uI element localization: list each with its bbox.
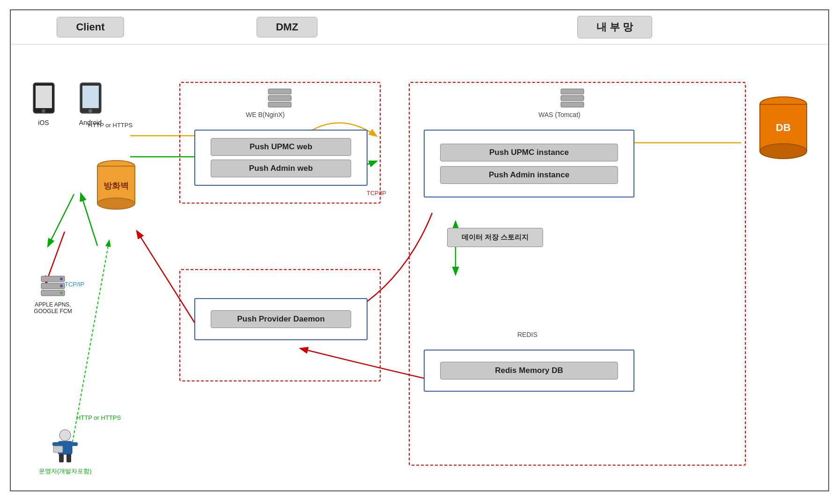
svg-point-15 (60, 292, 63, 294)
ios-device: iOS (25, 82, 62, 126)
svg-rect-20 (52, 442, 59, 446)
svg-point-13 (60, 278, 63, 280)
svg-rect-25 (268, 102, 291, 107)
tcp-label: TCP/IP (65, 281, 84, 288)
svg-text:방화벽: 방화벽 (103, 181, 129, 190)
svg-rect-27 (561, 95, 584, 101)
push-admin-instance: Push Admin instance (440, 166, 618, 184)
svg-point-2 (42, 109, 45, 113)
daemon-blue-box: Push Provider Daemon (194, 298, 368, 340)
gcm-label: GOOGLE FCM (25, 308, 81, 314)
intranet-label: 내 부 망 (577, 16, 652, 38)
svg-rect-21 (71, 442, 78, 446)
web-server-label: WE B(NginX) (246, 111, 285, 118)
redis-blue-box: Redis Memory DB (424, 350, 634, 392)
was-label: WAS (Tomcat) (538, 111, 581, 118)
content-area: iOS Android HTTP or HTTPS 방화벽 (11, 44, 828, 490)
redis-memory-db: Redis Memory DB (440, 362, 618, 380)
svg-rect-22 (53, 446, 63, 453)
svg-rect-28 (561, 102, 584, 107)
admin-http-label: HTTP or HTTPS (76, 414, 121, 421)
admin-figure: 운영자(개발자포함) (39, 428, 92, 475)
push-provider-daemon: Push Provider Daemon (211, 310, 351, 328)
db-cylinder: DB (755, 91, 811, 163)
apns-server: APPLE APNS, GOOGLE FCM (25, 274, 81, 314)
client-label: Client (57, 17, 124, 37)
storage-label: 데이터 저장 스토리지 (462, 233, 529, 241)
android-device: Android (72, 82, 109, 126)
intranet-main-box: WAS (Tomcat) Push UPMC instance Push Adm… (409, 82, 746, 466)
apns-label: APPLE APNS, (25, 301, 81, 308)
dmz-label: DMZ (257, 17, 317, 37)
svg-text:DB: DB (776, 122, 791, 133)
svg-rect-18 (59, 454, 64, 462)
redis-label: REDIS (517, 331, 537, 338)
firewall-icon: 방화벽 (93, 157, 140, 215)
push-upmc-web: Push UPMC web (211, 138, 351, 156)
header-row: Client DMZ 내 부 망 (11, 10, 828, 44)
admin-label: 운영자(개발자포함) (39, 467, 92, 475)
dmz-header: DMZ (175, 16, 399, 38)
push-admin-web: Push Admin web (211, 160, 351, 177)
svg-rect-1 (36, 86, 52, 108)
main-container: Client DMZ 내 부 망 (10, 9, 829, 491)
ios-label: iOS (25, 119, 62, 126)
dmz-daemon-box: Push Provider Daemon (179, 269, 381, 381)
was-blue-box: Push UPMC instance Push Admin instance (424, 130, 634, 197)
svg-rect-26 (561, 89, 584, 94)
svg-rect-23 (268, 89, 291, 94)
storage-box: 데이터 저장 스토리지 (447, 228, 543, 247)
svg-rect-4 (82, 86, 99, 108)
svg-point-14 (60, 285, 63, 287)
dmz-web-box: WE B(NginX) Push UPMC web Push Admin web (179, 82, 381, 204)
svg-point-8 (97, 198, 135, 209)
push-upmc-instance: Push UPMC instance (440, 144, 618, 161)
svg-point-5 (88, 109, 92, 113)
intranet-header: 내 부 망 (413, 16, 816, 38)
client-header: Client (20, 16, 161, 38)
tcpip-label: TCP/IP (367, 190, 386, 197)
web-blue-box: Push UPMC web Push Admin web (194, 130, 368, 186)
svg-point-31 (760, 144, 807, 159)
svg-rect-19 (66, 454, 71, 462)
svg-point-16 (59, 430, 71, 441)
svg-rect-24 (268, 95, 291, 101)
http-label: HTTP or HTTPS (88, 122, 132, 129)
